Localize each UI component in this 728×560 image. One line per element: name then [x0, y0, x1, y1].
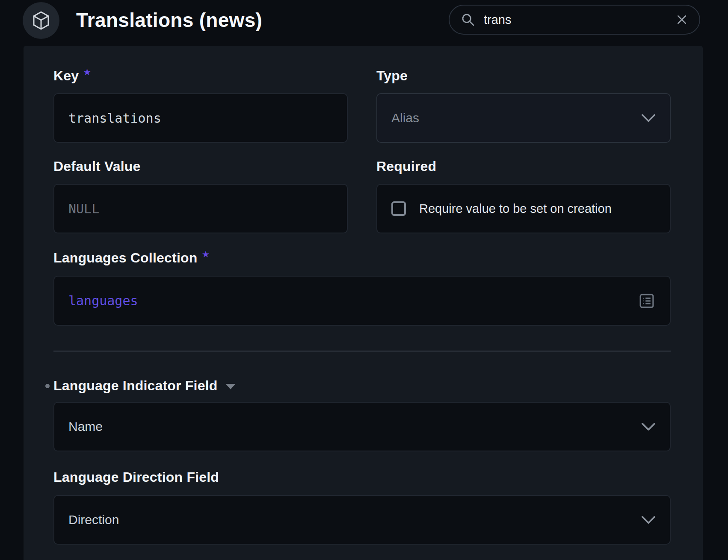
language-direction-value: Direction: [68, 513, 119, 527]
field-detail-panel: Key ★ Type Alias Default Value Required …: [24, 46, 703, 560]
required-star-icon: ★: [83, 67, 91, 77]
required-toggle[interactable]: Require value to be set on creation: [376, 184, 671, 233]
language-indicator-label-text: Language Indicator Field: [53, 378, 218, 394]
language-indicator-label[interactable]: Language Indicator Field: [53, 378, 236, 394]
required-checkbox[interactable]: [391, 201, 406, 216]
type-select-value: Alias: [391, 111, 419, 125]
page-title: Translations (news): [76, 9, 262, 32]
type-label: Type: [376, 68, 408, 84]
language-direction-label-text: Language Direction Field: [53, 469, 219, 485]
search-box[interactable]: [449, 5, 700, 35]
search-icon: [461, 12, 475, 27]
required-star-icon: ★: [201, 249, 210, 259]
default-value-label-text: Default Value: [53, 159, 141, 174]
type-label-text: Type: [376, 68, 408, 84]
required-checkbox-label: Require value to be set on creation: [419, 202, 612, 216]
key-label-text: Key: [53, 68, 79, 84]
key-label: Key ★: [53, 68, 91, 84]
clear-search-icon[interactable]: [675, 13, 688, 26]
cube-icon: [31, 10, 51, 31]
chevron-down-icon: [641, 516, 656, 524]
search-input[interactable]: [483, 12, 668, 27]
section-divider: [53, 351, 671, 352]
key-input[interactable]: [53, 93, 348, 143]
select-collection-button[interactable]: [638, 292, 656, 310]
chevron-down-icon: [641, 422, 656, 431]
label-caret-icon[interactable]: [225, 383, 236, 390]
language-direction-select[interactable]: Direction: [53, 495, 671, 545]
collection-icon-badge: [23, 2, 59, 39]
edited-dot-icon: [45, 384, 50, 388]
required-label-text: Required: [376, 159, 436, 174]
list-alt-icon: [638, 292, 656, 310]
default-value-input[interactable]: [53, 184, 348, 233]
type-select[interactable]: Alias: [376, 93, 671, 143]
language-direction-label: Language Direction Field: [53, 469, 219, 485]
language-indicator-select[interactable]: Name: [53, 402, 671, 451]
default-value-label: Default Value: [53, 159, 141, 174]
languages-collection-label-text: Languages Collection: [53, 250, 197, 266]
required-label: Required: [376, 159, 436, 174]
languages-collection-input[interactable]: languages: [53, 276, 671, 326]
languages-collection-value: languages: [68, 293, 138, 308]
chevron-down-icon: [641, 114, 656, 122]
languages-collection-label: Languages Collection ★: [53, 250, 210, 266]
language-indicator-value: Name: [68, 419, 103, 434]
